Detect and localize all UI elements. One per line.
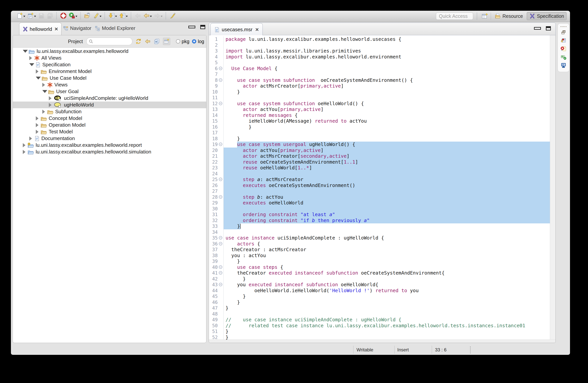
minimize-icon[interactable] — [189, 26, 195, 28]
open-clipboard-button[interactable] — [84, 12, 91, 19]
tab-helloworld[interactable]: helloworld✕ — [19, 23, 62, 35]
radio-log[interactable] — [192, 39, 196, 44]
tree-item[interactable]: uciSimpleAndComplete: ugHelloWorld — [13, 95, 206, 102]
new-wizard-button[interactable] — [27, 12, 36, 19]
code-line[interactable]: 50// related test case instance lu.uni.l… — [209, 323, 550, 329]
code-line[interactable]: 4import lu.uni.lassy.excalibur.examples.… — [209, 54, 550, 60]
code-line[interactable]: 21 actor actMsrCreator[secondary,active] — [209, 153, 550, 159]
chevron-down-icon[interactable] — [75, 16, 77, 18]
code-line[interactable]: 49// use case instance uciSimpleAndCompl… — [209, 317, 550, 323]
code-line[interactable]: 20 actor actYou[primary,active] — [209, 148, 550, 154]
fold-collapse-icon[interactable] — [219, 78, 222, 82]
tab-model-explorer[interactable]: Model Explorer — [95, 25, 135, 31]
code-line[interactable]: 25 step a: actMsrCreator — [209, 177, 550, 182]
tree-item[interactable]: Views — [13, 81, 206, 88]
chevron-down-icon[interactable] — [161, 16, 163, 18]
chevron-down-icon[interactable] — [100, 16, 102, 18]
tree-item[interactable]: Subfunction — [13, 108, 206, 115]
chevron-collapsed-icon[interactable] — [23, 143, 28, 147]
code-line[interactable]: 47} — [209, 305, 550, 311]
code-line[interactable]: 1package lu.uni.lassy.excalibur.examples… — [209, 36, 550, 42]
highlighter-button[interactable] — [92, 12, 102, 19]
chevron-collapsed-icon[interactable] — [36, 69, 41, 74]
code-line[interactable]: 32 ordering constraint "if b then previo… — [209, 218, 550, 224]
tree-item[interactable]: Specification — [13, 61, 206, 68]
code-line[interactable]: 41 theCreator executed instanceof subfun… — [209, 270, 550, 276]
code-line[interactable]: 45 } — [209, 293, 550, 299]
chevron-down-icon[interactable] — [150, 16, 152, 18]
close-icon[interactable]: ✕ — [255, 27, 259, 32]
chevron-down-icon[interactable] — [115, 16, 117, 18]
fold-collapse-icon[interactable] — [219, 271, 222, 274]
chevron-collapsed-icon[interactable] — [42, 110, 47, 114]
chevron-collapsed-icon[interactable] — [49, 96, 54, 100]
editor-tab-usecases[interactable]: usecases.msr ✕ — [210, 23, 263, 36]
export-arrow-button[interactable] — [119, 12, 128, 19]
brush-button[interactable] — [169, 12, 176, 19]
restore-view-button[interactable] — [560, 29, 567, 35]
help-button[interactable] — [60, 12, 67, 19]
code-line[interactable]: 12 use case system subfunction oeHelloWo… — [209, 101, 550, 107]
tree-item[interactable]: lu.uni.lassy.excalibur.examples.hellowor… — [13, 149, 206, 155]
tree-item[interactable]: Environment Model — [13, 68, 206, 75]
collapse-all-button[interactable] — [154, 38, 160, 45]
tree-item[interactable]: lu.uni.lassy.excalibur.examples.hellowor… — [13, 142, 206, 149]
progress-view-button[interactable] — [560, 54, 567, 60]
code-line[interactable]: 18 } — [209, 136, 550, 142]
code-line[interactable]: 48 — [209, 311, 550, 317]
quick-access-input[interactable]: Quick Access — [436, 12, 473, 20]
tab-navigator[interactable]: Navigator — [63, 25, 91, 31]
code-line[interactable]: 38 you : actYou — [209, 253, 550, 259]
maximize-icon[interactable] — [200, 25, 205, 29]
code-line[interactable]: 24 — [209, 171, 550, 177]
problems-view-button[interactable] — [560, 46, 567, 52]
fold-collapse-icon[interactable] — [219, 242, 222, 246]
tree-item[interactable]: Use Case Model — [13, 75, 206, 81]
tree-item[interactable]: Operation Model — [13, 122, 206, 128]
code-line[interactable]: 6 Use Case Model { — [209, 66, 550, 72]
code-line[interactable]: 19 use case system usergoal ugHelloWorld… — [209, 142, 550, 148]
chevron-collapsed-icon[interactable] — [36, 130, 41, 134]
code-line[interactable]: 39 } — [209, 258, 550, 264]
code-line[interactable]: 15 ieHelloWorld(AMessage) returned to ac… — [209, 118, 550, 124]
vertical-scrollbar[interactable] — [550, 35, 555, 340]
code-line[interactable]: 30 — [209, 206, 550, 212]
chevron-collapsed-icon[interactable] — [36, 116, 41, 120]
chevron-collapsed-icon[interactable] — [36, 123, 41, 127]
tree-item[interactable]: Concept Model — [13, 115, 206, 122]
new-file-button[interactable] — [16, 12, 26, 19]
code-line[interactable]: 43 you executed instanceof subfunction o… — [209, 282, 550, 288]
code-line[interactable]: 37 theCreator : actMsrCreator — [209, 247, 550, 253]
code-line[interactable]: 42 } — [209, 276, 550, 282]
maximize-icon[interactable] — [546, 26, 551, 30]
run-button[interactable] — [68, 12, 78, 19]
code-line[interactable]: 34 — [209, 229, 550, 235]
console-view-button[interactable] — [560, 63, 567, 68]
back-button[interactable] — [145, 38, 151, 45]
import-arrow-button[interactable] — [108, 12, 117, 19]
fold-collapse-icon[interactable] — [219, 67, 222, 70]
code-line[interactable]: 27 — [209, 188, 550, 194]
search-input[interactable] — [86, 38, 132, 45]
fold-collapse-icon[interactable] — [219, 265, 222, 269]
code-line[interactable]: 5 — [209, 60, 550, 66]
code-line[interactable]: 9 actor actMsrCreator[primary,active] — [209, 83, 550, 89]
tree-item[interactable]: All Views — [13, 55, 206, 61]
code-line[interactable]: 17 — [209, 130, 550, 136]
fold-collapse-icon[interactable] — [219, 143, 222, 146]
perspective-resource-button[interactable]: Resource — [493, 12, 525, 20]
code-lines[interactable]: 1package lu.uni.lassy.excalibur.examples… — [209, 36, 550, 340]
code-line[interactable]: 7 — [209, 71, 550, 77]
code-line[interactable]: 29 executes oeHelloWorld — [209, 200, 550, 206]
tree-item[interactable]: ugHelloWorld — [13, 102, 206, 108]
tree-item[interactable]: Test Model — [13, 128, 206, 135]
fold-collapse-icon[interactable] — [219, 195, 222, 199]
perspective-specification-button[interactable]: Specification — [527, 12, 567, 20]
chevron-collapsed-icon[interactable] — [49, 103, 54, 107]
code-line[interactable]: 14 returned messages { — [209, 113, 550, 118]
chevron-expanded-icon[interactable] — [23, 50, 28, 55]
code-line[interactable]: 40 use case steps { — [209, 264, 550, 270]
open-perspective-button[interactable] — [481, 12, 488, 20]
status-drag-handle[interactable] — [470, 346, 471, 353]
refresh-button[interactable] — [135, 38, 142, 45]
